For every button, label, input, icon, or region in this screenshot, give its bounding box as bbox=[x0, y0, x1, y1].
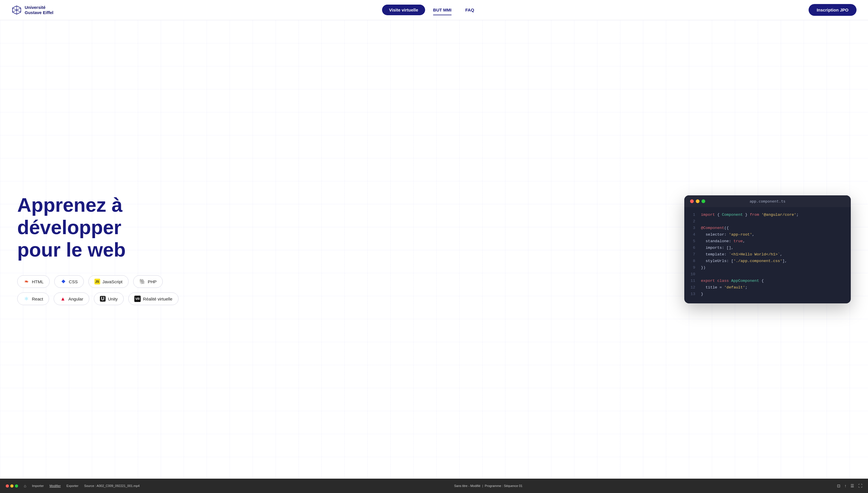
bottom-icon-2[interactable]: ↑ bbox=[844, 484, 846, 488]
hero-tags-row-2: ⚛ React ▲ Angular U Unity VR Réalité vir… bbox=[17, 293, 218, 305]
code-line-10: 10 bbox=[690, 271, 845, 278]
tag-html[interactable]: ❧ HTML bbox=[17, 275, 50, 288]
logo-text: Université Gustave Eiffel bbox=[25, 5, 53, 15]
navbar: Université Gustave Eiffel Visite virtuel… bbox=[0, 0, 868, 20]
sequence-label: Programme : Séquence 01 bbox=[485, 484, 522, 488]
vr-icon: VR bbox=[134, 296, 141, 302]
tag-vr-label: Réalité virtuelle bbox=[143, 297, 173, 301]
inscription-jpo-button[interactable]: Inscription JPO bbox=[808, 4, 856, 16]
html-icon: ❧ bbox=[23, 278, 29, 285]
code-line-13: 13 } bbox=[690, 291, 845, 298]
css-icon: ❖ bbox=[60, 278, 67, 285]
hero-left: Apprenez à développer pour le web ❧ HTML… bbox=[17, 194, 218, 305]
bottom-dot-yellow bbox=[10, 485, 14, 488]
bottom-right-icons: ⊡ ↑ ☰ ⛶ bbox=[837, 484, 862, 488]
source-text: Source : A002_C009_092221_001.mp4 bbox=[84, 484, 139, 488]
tag-angular-label: Angular bbox=[68, 297, 83, 301]
tag-javascript[interactable]: JS JavaScript bbox=[88, 275, 129, 288]
project-title: Sans titre - Modifié bbox=[454, 484, 480, 488]
logo-link[interactable]: Université Gustave Eiffel bbox=[12, 5, 53, 15]
code-line-11: 11 export class AppComponent { bbox=[690, 278, 845, 284]
tag-unity[interactable]: U Unity bbox=[94, 293, 124, 305]
code-line-2: 2 bbox=[690, 218, 845, 225]
tag-react-label: React bbox=[32, 297, 43, 301]
php-icon: 🐘 bbox=[139, 278, 145, 285]
program-label: | bbox=[482, 484, 483, 488]
tag-php[interactable]: 🐘 PHP bbox=[133, 275, 163, 288]
dot-yellow bbox=[696, 199, 700, 203]
nav-center: Visite virtuelle BUT MMI FAQ bbox=[382, 5, 480, 15]
bottom-center: Sans titre - Modifié | Programme : Séque… bbox=[145, 484, 831, 488]
dot-green bbox=[702, 199, 705, 203]
tag-html-label: HTML bbox=[32, 279, 44, 284]
code-line-12: 12 title = 'default'; bbox=[690, 284, 845, 291]
but-mmi-link[interactable]: BUT MMI bbox=[427, 5, 457, 15]
dot-red bbox=[690, 199, 694, 203]
tag-angular[interactable]: ▲ Angular bbox=[54, 293, 89, 305]
faq-link[interactable]: FAQ bbox=[460, 5, 480, 15]
code-line-5: 5 standalone: true, bbox=[690, 238, 845, 245]
bottom-bar: ⌂ Importer Modifier Exporter Source : A0… bbox=[0, 479, 868, 493]
code-line-4: 4 selector: 'app-root', bbox=[690, 232, 845, 238]
code-titlebar: app.component.ts bbox=[684, 195, 851, 207]
menu-exporter[interactable]: Exporter bbox=[67, 484, 79, 488]
bottom-icon-4[interactable]: ⛶ bbox=[858, 484, 862, 488]
code-line-3: 3 @Component({ bbox=[690, 225, 845, 232]
react-icon: ⚛ bbox=[23, 296, 29, 302]
unity-icon: U bbox=[100, 296, 106, 302]
menu-modifier[interactable]: Modifier bbox=[49, 484, 61, 488]
bottom-icon-3[interactable]: ☰ bbox=[850, 484, 854, 488]
js-icon: JS bbox=[94, 279, 100, 284]
tag-vr[interactable]: VR Réalité virtuelle bbox=[128, 293, 179, 305]
angular-icon: ▲ bbox=[60, 296, 66, 302]
menu-importer[interactable]: Importer bbox=[32, 484, 44, 488]
code-line-1: 1 import { Component } from '@angular/co… bbox=[690, 212, 845, 218]
code-line-7: 7 template: `<h1>Hello World</h1>`, bbox=[690, 251, 845, 258]
bottom-dot-red bbox=[6, 485, 9, 488]
tag-css-label: CSS bbox=[69, 279, 78, 284]
code-body: 1 import { Component } from '@angular/co… bbox=[684, 207, 851, 303]
tag-react[interactable]: ⚛ React bbox=[17, 293, 49, 305]
hero-tags-row-1: ❧ HTML ❖ CSS JS JavaScript 🐘 PHP bbox=[17, 275, 218, 288]
home-icon[interactable]: ⌂ bbox=[24, 484, 26, 488]
bottom-dot-green bbox=[15, 485, 18, 488]
tag-css[interactable]: ❖ CSS bbox=[54, 275, 84, 288]
code-filename: app.component.ts bbox=[750, 199, 785, 203]
logo-icon bbox=[12, 5, 22, 15]
code-line-8: 8 styleUrls: ['./app.component.css'], bbox=[690, 258, 845, 264]
hero-right: app.component.ts 1 import { Component } … bbox=[684, 195, 851, 303]
hero-title: Apprenez à développer pour le web bbox=[17, 194, 218, 261]
code-window-dots bbox=[690, 199, 705, 203]
code-window: app.component.ts 1 import { Component } … bbox=[684, 195, 851, 303]
hero-tags: ❧ HTML ❖ CSS JS JavaScript 🐘 PHP bbox=[17, 275, 218, 305]
visite-virtuelle-button[interactable]: Visite virtuelle bbox=[382, 5, 425, 15]
code-line-9: 9 }) bbox=[690, 264, 845, 271]
hero-section: Apprenez à développer pour le web ❧ HTML… bbox=[0, 20, 868, 479]
bottom-dots bbox=[6, 485, 18, 488]
tag-php-label: PHP bbox=[148, 279, 157, 284]
bottom-icon-1[interactable]: ⊡ bbox=[837, 484, 841, 488]
tag-unity-label: Unity bbox=[108, 297, 118, 301]
code-line-6: 6 imports: [], bbox=[690, 245, 845, 251]
tag-js-label: JavaScript bbox=[102, 279, 122, 284]
